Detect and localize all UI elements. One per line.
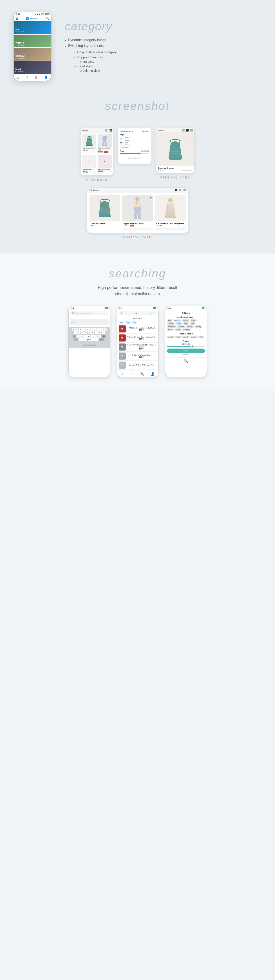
key-k[interactable]: k [98, 331, 101, 334]
heart-icon-dress[interactable]: ♡ [182, 196, 185, 199]
bottom-search-icon[interactable]: 🔍 [184, 359, 188, 363]
heart-icon-vert[interactable]: ♡ [191, 134, 193, 137]
list-nav-icon-2[interactable]: ☰ [130, 372, 133, 375]
horizon-card-tapestry[interactable]: Tapestry Shopper $38.00 • • • [90, 195, 120, 231]
filter-tag-white[interactable]: --- white [120, 146, 149, 148]
key-f[interactable]: f [84, 331, 87, 334]
recent-men[interactable]: men [131, 321, 137, 324]
home-nav-icon[interactable]: ⊞ [17, 76, 20, 79]
checkbox-feature[interactable] [120, 144, 122, 146]
key-e[interactable]: e [79, 328, 82, 331]
filters-button[interactable]: FILTERS [120, 155, 149, 162]
recent-tshirt[interactable]: t-shirt [125, 321, 131, 324]
user-nav-icon-2[interactable]: 👤 [151, 372, 155, 375]
key-a[interactable]: a [74, 331, 77, 334]
chip-women[interactable]: Women [173, 319, 181, 322]
product-card-jeans[interactable]: ♡ Ripped Boyfriend Jea... [98, 134, 112, 153]
chip-products[interactable]: Products [182, 328, 191, 331]
chip-boots[interactable]: Boots [190, 319, 197, 322]
key-n[interactable]: n [94, 335, 97, 338]
key-x[interactable]: x [80, 335, 83, 338]
key-m[interactable]: m [98, 335, 101, 338]
key-v[interactable]: v [87, 335, 90, 338]
grid-view-icon[interactable] [104, 129, 107, 132]
chip-checklists[interactable]: Checklists [167, 325, 177, 328]
heart-filled-icon[interactable]: ♥ [150, 196, 152, 200]
vert-three-col-icon[interactable] [190, 129, 193, 132]
three-col-icon[interactable] [109, 129, 112, 132]
search-nav-icon-2[interactable]: 🔍 [140, 372, 144, 375]
category-clothing[interactable]: Clothing 72 products [14, 48, 51, 60]
product-card-tapestry[interactable]: ♡ [82, 134, 96, 153]
key-y[interactable]: y [90, 328, 93, 331]
phone1-search-bar[interactable]: 🔍 Search product by name [70, 311, 108, 315]
list-nav-icon[interactable]: ☰ [35, 76, 38, 79]
chip-coats[interactable]: Coats [175, 322, 182, 325]
key-return[interactable]: return [99, 338, 104, 341]
search-nav-icon[interactable]: 🔍 [46, 17, 49, 20]
chip-couture[interactable]: Couture [177, 325, 185, 328]
tag-stretch[interactable]: stretch [190, 336, 197, 338]
key-t[interactable]: t [86, 328, 89, 331]
category-women[interactable]: Women 44 products [14, 35, 51, 48]
key-space[interactable]: space [79, 338, 98, 341]
horizon-three-col-icon[interactable] [183, 189, 186, 191]
horizon-grid2-icon[interactable] [179, 189, 181, 191]
key-d[interactable]: d [81, 331, 84, 334]
key-o[interactable]: o [100, 328, 103, 331]
chip-bags[interactable]: Bags [183, 322, 189, 325]
key-123[interactable]: 123 [74, 338, 78, 341]
chip-report[interactable]: Report [174, 328, 182, 331]
clear-search-icon[interactable]: ✕ [150, 312, 152, 314]
hamburger-icon[interactable]: ☰ [16, 17, 18, 20]
key-w[interactable]: w [75, 328, 79, 331]
key-i[interactable]: i [96, 328, 100, 331]
key-z[interactable]: z [76, 335, 80, 338]
heart-icon-4[interactable]: ♡ [109, 155, 111, 158]
filter-tag-ripped[interactable]: --- ripped [120, 137, 149, 138]
category-music[interactable]: Music 6 products [14, 61, 51, 74]
voice-icon[interactable]: ⋮ [153, 312, 155, 314]
heart-icon-3[interactable]: ♡ [94, 155, 96, 158]
heart-icon-1[interactable]: ♡ [94, 135, 96, 137]
filter-tag-feature[interactable]: --- feature [120, 144, 149, 146]
clear-filter-button[interactable]: Clear Filter [167, 354, 205, 356]
key-backspace[interactable]: ⌫ [101, 335, 106, 338]
key-r[interactable]: r [82, 328, 85, 331]
key-shift[interactable]: ⬆ [73, 335, 76, 338]
key-j[interactable]: j [95, 331, 98, 334]
key-u[interactable]: u [93, 328, 96, 331]
result-1[interactable]: 👕 T-Shirt with Mountain Jacket Print $35… [117, 325, 158, 334]
chip-jackets[interactable]: Jackets [167, 322, 175, 325]
chip-hosiery[interactable]: Hosiery [194, 325, 202, 328]
user-nav-icon[interactable]: 👤 [44, 76, 48, 79]
key-h[interactable]: h [91, 331, 94, 334]
chip-kids[interactable]: kids [167, 319, 172, 322]
key-p[interactable]: p [104, 328, 107, 331]
filter-tag-black[interactable]: --- black [120, 139, 149, 141]
tag-formal[interactable]: formal [182, 336, 189, 338]
horizon-card-jeans[interactable]: ♥ ✋ [122, 195, 153, 231]
grid-nav-icon[interactable]: ⠿ [26, 76, 28, 79]
result-5[interactable]: 👕 Longline T-Shirt With Aztec Yoke [117, 361, 158, 370]
product-card-elephant[interactable]: ♡ 👗 Elephant Print Cami... $24.00 [82, 155, 96, 174]
chip-tags[interactable]: Tags [190, 322, 196, 325]
category-men[interactable]: Men 60 products [14, 21, 51, 34]
recent-shirt[interactable]: shirt [119, 321, 124, 324]
result-4[interactable]: 👕 T-Shirt with Varied Stripe $28.00 [117, 352, 158, 361]
home-nav-icon-2[interactable]: ⊞ [120, 372, 123, 375]
key-s[interactable]: s [77, 331, 80, 334]
key-b[interactable]: b [90, 335, 94, 338]
tag-organic[interactable]: organic [167, 336, 175, 338]
chip-tshirts[interactable]: T-Shirts [182, 319, 190, 322]
horizon-card-dress[interactable]: ♡ 🐘 Elephant Print Cami Sw [155, 195, 185, 231]
vert-grid-icon[interactable] [182, 129, 185, 132]
key-g[interactable]: g [88, 331, 91, 334]
heart-icon-2[interactable]: ♡ [109, 135, 111, 137]
checkbox-white[interactable] [120, 146, 122, 148]
key-q[interactable]: q [72, 328, 75, 331]
list-view-icon[interactable] [186, 129, 189, 132]
tag-white[interactable]: white [198, 336, 204, 338]
product-card-redcheck[interactable]: ♡ 👗 Red Check Dress $35.00 [98, 155, 112, 174]
checkbox-black[interactable] [120, 139, 122, 141]
